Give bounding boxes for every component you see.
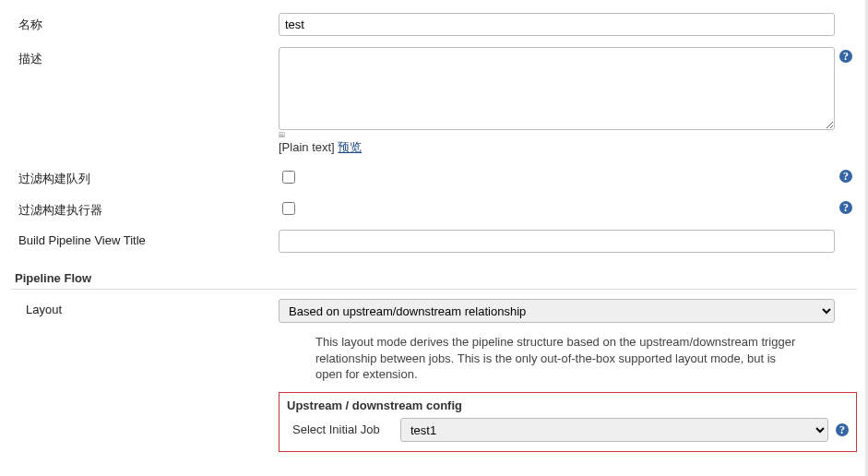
description-format-hint: [Plain text] 预览 [279, 139, 362, 156]
initial-job-select[interactable]: test1 [400, 418, 828, 442]
row-filter-queue: 过滤构建队列 ? [11, 161, 857, 193]
layout-label: Layout [11, 299, 279, 316]
help-icon[interactable]: ? [839, 50, 852, 63]
config-box-title: Upstream / downstream config [287, 399, 849, 412]
plain-text-label: [Plain text] [279, 140, 338, 154]
preview-link[interactable]: 预览 [338, 140, 362, 154]
upstream-downstream-config-box: Upstream / downstream config Select Init… [279, 392, 857, 452]
filter-queue-checkbox[interactable] [282, 171, 295, 184]
name-label: 名称 [11, 13, 279, 33]
help-icon[interactable]: ? [836, 423, 849, 436]
help-icon[interactable]: ? [839, 201, 852, 214]
description-textarea[interactable] [279, 47, 835, 130]
name-input[interactable] [279, 13, 835, 36]
row-description: 描述 ≡ [Plain text] 预览 ? [11, 42, 857, 161]
resize-grip[interactable]: ≡ [279, 132, 285, 137]
filter-executors-label: 过滤构建执行器 [11, 198, 279, 219]
filter-executors-checkbox[interactable] [282, 202, 295, 215]
row-name: 名称 [11, 7, 857, 42]
section-pipeline-flow: Pipeline Flow [11, 264, 857, 290]
filter-queue-label: 过滤构建队列 [11, 167, 279, 187]
initial-job-label: Select Initial Job [287, 422, 393, 436]
layout-help-text: This layout mode derives the pipeline st… [279, 328, 814, 392]
row-view-title: Build Pipeline View Title [11, 224, 857, 258]
row-layout: Layout Based on upstream/downstream rela… [11, 293, 857, 328]
view-title-label: Build Pipeline View Title [11, 230, 279, 247]
layout-select[interactable]: Based on upstream/downstream relationshi… [279, 299, 835, 323]
help-icon[interactable]: ? [839, 170, 852, 183]
description-label: 描述 [11, 47, 279, 67]
row-filter-executors: 过滤构建执行器 ? [11, 193, 857, 224]
view-title-input[interactable] [279, 230, 835, 253]
